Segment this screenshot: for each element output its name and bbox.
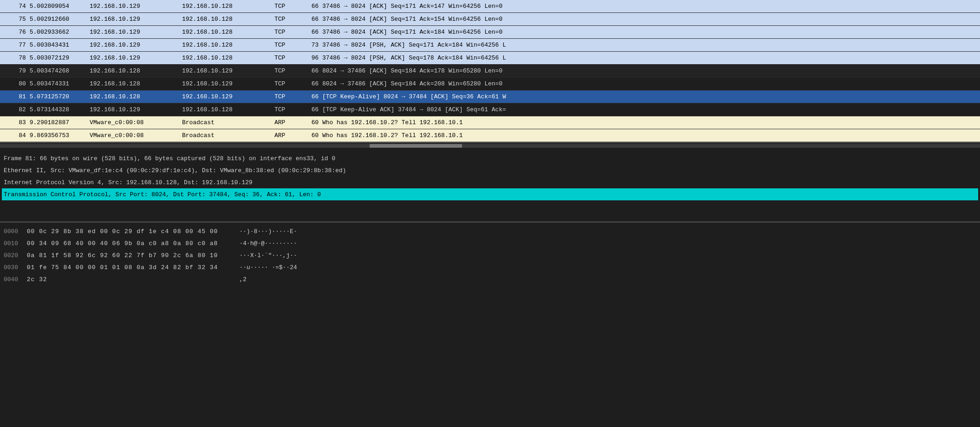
packet-source: 192.168.10.129 xyxy=(90,54,182,61)
hex-row: 00200a 81 1f 58 92 6c 92 60 22 7f b7 90 … xyxy=(2,249,978,261)
packet-number: 84 xyxy=(2,132,30,139)
packet-destination: 192.168.10.129 xyxy=(182,67,274,74)
packet-source: 192.168.10.128 xyxy=(90,67,182,74)
packet-protocol: TCP xyxy=(274,106,311,113)
packet-info: 73 37486 → 8024 [PSH, ACK] Seq=171 Ack=1… xyxy=(311,42,978,48)
packet-source: 192.168.10.129 xyxy=(90,16,182,23)
packet-time: 5.003043431 xyxy=(30,42,90,48)
packet-destination: 192.168.10.129 xyxy=(182,93,274,100)
packet-time: 5.003474268 xyxy=(30,67,90,74)
packet-info: 60 Who has 192.168.10.2? Tell 192.168.10… xyxy=(311,119,978,126)
table-row[interactable]: 745.002809054192.168.10.129192.168.10.12… xyxy=(0,0,980,13)
packet-destination: 192.168.10.128 xyxy=(182,3,274,10)
detail-panel: Frame 81: 66 bytes on wire (528 bits), 6… xyxy=(0,149,980,223)
table-row[interactable]: 785.003072129192.168.10.129192.168.10.12… xyxy=(0,52,980,65)
detail-row[interactable]: Ethernet II, Src: VMware_df:1e:c4 (00:0c… xyxy=(2,164,978,176)
packet-number: 83 xyxy=(2,119,30,126)
hex-ascii: ,2 xyxy=(239,276,247,283)
packet-protocol: TCP xyxy=(274,93,311,100)
scrollbar-thumb[interactable] xyxy=(370,144,462,148)
detail-row[interactable]: Frame 81: 66 bytes on wire (528 bits), 6… xyxy=(2,152,978,164)
detail-row[interactable]: Internet Protocol Version 4, Src: 192.16… xyxy=(2,176,978,188)
packet-source: 192.168.10.129 xyxy=(90,42,182,48)
packet-number: 76 xyxy=(2,29,30,36)
packet-protocol: TCP xyxy=(274,54,311,61)
packet-destination: 192.168.10.129 xyxy=(182,80,274,87)
packet-list: 745.002809054192.168.10.129192.168.10.12… xyxy=(0,0,980,143)
hex-bytes: 0a 81 1f 58 92 6c 92 60 22 7f b7 90 2c 6… xyxy=(27,252,239,259)
packet-number: 74 xyxy=(2,3,30,10)
packet-number: 78 xyxy=(2,54,30,61)
table-row[interactable]: 839.290182887VMware_c0:00:08BroadcastARP… xyxy=(0,116,980,129)
packet-source: 192.168.10.129 xyxy=(90,106,182,113)
packet-number: 80 xyxy=(2,80,30,87)
packet-time: 9.290182887 xyxy=(30,119,90,126)
packet-protocol: TCP xyxy=(274,80,311,87)
packet-info: 66 37486 → 8024 [ACK] Seq=171 Ack=184 Wi… xyxy=(311,29,978,36)
packet-destination: Broadcast xyxy=(182,119,274,126)
packet-destination: Broadcast xyxy=(182,132,274,139)
hex-row: 003001 fe 75 84 00 00 01 01 08 0a 3d 24 … xyxy=(2,261,978,273)
table-row[interactable]: 765.002933662192.168.10.129192.168.10.12… xyxy=(0,26,980,39)
packet-number: 81 xyxy=(2,93,30,100)
packet-destination: 192.168.10.128 xyxy=(182,29,274,36)
packet-info: 60 Who has 192.168.10.2? Tell 192.168.10… xyxy=(311,132,978,139)
packet-info: 66 [TCP Keep-Alive ACK] 37484 → 8024 [AC… xyxy=(311,106,978,113)
packet-info: 66 8024 → 37486 [ACK] Seq=184 Ack=208 Wi… xyxy=(311,80,978,87)
packet-protocol: TCP xyxy=(274,29,311,36)
packet-time: 5.002933662 xyxy=(30,29,90,36)
hex-offset: 0020 xyxy=(4,252,27,259)
hex-bytes: 2c 32 xyxy=(27,276,239,283)
packet-time: 5.073125720 xyxy=(30,93,90,100)
packet-source: 192.168.10.128 xyxy=(90,80,182,87)
packet-info: 66 [TCP Keep-Alive] 8024 → 37484 [ACK] S… xyxy=(311,93,978,100)
table-row[interactable]: 805.003474331192.168.10.128192.168.10.12… xyxy=(0,78,980,90)
hex-row: 000000 0c 29 8b 38 ed 00 0c 29 df 1e c4 … xyxy=(2,225,978,237)
detail-row[interactable]: Transmission Control Protocol, Src Port:… xyxy=(2,188,978,200)
hex-bytes: 00 34 09 68 40 00 40 06 9b 0a c0 a8 0a 8… xyxy=(27,240,239,247)
packet-source: 192.168.10.129 xyxy=(90,29,182,36)
hex-panel: 000000 0c 29 8b 38 ed 00 0c 29 df 1e c4 … xyxy=(0,223,980,288)
packet-number: 79 xyxy=(2,67,30,74)
table-row[interactable]: 755.002912660192.168.10.129192.168.10.12… xyxy=(0,13,980,26)
table-row[interactable]: 849.869356753VMware_c0:00:08BroadcastARP… xyxy=(0,129,980,142)
hex-ascii: ·4·h@·@········· xyxy=(239,240,297,247)
packet-protocol: ARP xyxy=(274,132,311,139)
hex-row: 00402c 32,2 xyxy=(2,273,978,285)
packet-time: 5.003474331 xyxy=(30,80,90,87)
scrollbar-area[interactable] xyxy=(0,144,980,148)
hex-offset: 0030 xyxy=(4,264,27,271)
packet-protocol: ARP xyxy=(274,119,311,126)
packet-destination: 192.168.10.128 xyxy=(182,106,274,113)
packet-source: 192.168.10.128 xyxy=(90,93,182,100)
packet-time: 5.002809054 xyxy=(30,3,90,10)
table-row[interactable]: 775.003043431192.168.10.129192.168.10.12… xyxy=(0,39,980,52)
packet-source: 192.168.10.129 xyxy=(90,3,182,10)
hex-ascii: ··)·8···)·····E· xyxy=(239,228,297,235)
table-row[interactable]: 815.073125720192.168.10.128192.168.10.12… xyxy=(0,90,980,103)
packet-number: 77 xyxy=(2,42,30,48)
table-row[interactable]: 825.073144328192.168.10.129192.168.10.12… xyxy=(0,103,980,116)
table-row[interactable]: 795.003474268192.168.10.128192.168.10.12… xyxy=(0,65,980,78)
packet-protocol: TCP xyxy=(274,67,311,74)
packet-protocol: TCP xyxy=(274,3,311,10)
packet-source: VMware_c0:00:08 xyxy=(90,132,182,139)
hex-offset: 0010 xyxy=(4,240,27,247)
hex-bytes: 01 fe 75 84 00 00 01 01 08 0a 3d 24 82 b… xyxy=(27,264,239,271)
packet-info: 66 8024 → 37486 [ACK] Seq=184 Ack=178 Wi… xyxy=(311,67,978,74)
hex-offset: 0040 xyxy=(4,276,27,283)
packet-info: 96 37486 → 8024 [PSH, ACK] Seq=178 Ack=1… xyxy=(311,54,978,61)
packet-protocol: TCP xyxy=(274,16,311,23)
packet-number: 82 xyxy=(2,106,30,113)
packet-destination: 192.168.10.128 xyxy=(182,42,274,48)
packet-protocol: TCP xyxy=(274,42,311,48)
packet-time: 5.073144328 xyxy=(30,106,90,113)
packet-info: 66 37486 → 8024 [ACK] Seq=171 Ack=154 Wi… xyxy=(311,16,978,23)
packet-time: 9.869356753 xyxy=(30,132,90,139)
hex-offset: 0000 xyxy=(4,228,27,235)
packet-info: 66 37486 → 8024 [ACK] Seq=171 Ack=147 Wi… xyxy=(311,3,978,10)
packet-destination: 192.168.10.128 xyxy=(182,16,274,23)
packet-time: 5.002912660 xyxy=(30,16,90,23)
hex-ascii: ··u····· ·=$··24 xyxy=(239,264,297,271)
packet-number: 75 xyxy=(2,16,30,23)
